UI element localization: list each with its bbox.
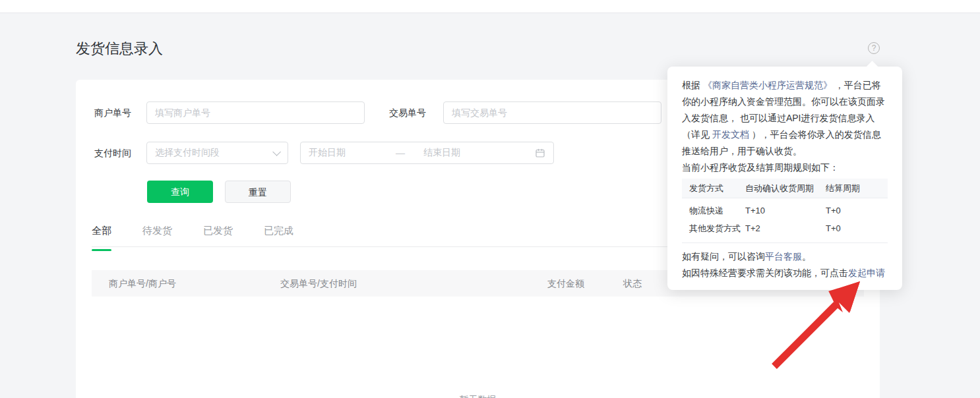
faq-prefix: 如有疑问，可以咨询 (682, 251, 765, 262)
end-date-placeholder: 结束日期 (423, 147, 535, 159)
pay-time-label: 支付时间 (94, 142, 131, 164)
faq-suffix: 。 (802, 251, 811, 262)
tab-completed[interactable]: 已完成 (264, 221, 293, 246)
operation-spec-link[interactable]: 《商家自营类小程序运营规范》 (703, 80, 832, 90)
reset-button[interactable]: 重置 (225, 181, 291, 203)
rules-row-other: 其他发货方式 T+2 T+0 (682, 219, 888, 237)
table-header-status: 状态 (623, 270, 642, 297)
faq-line: 如有疑问，可以咨询平台客服。 (682, 248, 888, 265)
apply-close-link[interactable]: 发起申请 (848, 268, 885, 278)
chevron-down-icon (272, 148, 281, 156)
rules-table-body: 物流快递 T+10 T+0 其他发货方式 T+2 T+0 (682, 202, 888, 243)
settlement-rules-table: 发货方式 自动确认收货周期 结算周期 物流快递 T+10 T+0 其他发货方式 … (682, 179, 888, 243)
rules-cell: 物流快递 (682, 202, 745, 219)
trade-no-label: 交易单号 (389, 101, 426, 124)
table-header-merchant-order: 商户单号/商户号 (109, 270, 176, 297)
close-function-prefix: 如因特殊经营要求需关闭该功能，可点击 (682, 268, 848, 278)
merchant-no-label: 商户单号 (94, 101, 131, 124)
pay-time-select-placeholder: 选择支付时间段 (155, 147, 272, 159)
calendar-icon (535, 148, 545, 158)
page-title: 发货信息录入 (76, 38, 163, 59)
rules-cell: T+0 (826, 202, 888, 219)
popover-intro-paragraph: 根据 《商家自营类小程序运营规范》 ，平台已将你的小程序纳入资金管理范围。你可以… (682, 77, 888, 159)
popover-intro-prefix: 根据 (682, 80, 703, 90)
help-popover: 根据 《商家自营类小程序运营规范》 ，平台已将你的小程序纳入资金管理范围。你可以… (667, 67, 902, 290)
rules-header-settle-cycle: 结算周期 (826, 180, 888, 196)
table-header-pay-amount: 支付金额 (547, 270, 584, 297)
popover-caret (866, 61, 878, 72)
rules-table-header: 发货方式 自动确认收货周期 结算周期 (682, 179, 888, 198)
rules-header-method: 发货方式 (682, 180, 745, 196)
tab-all[interactable]: 全部 (92, 221, 111, 246)
rules-cell: T+10 (745, 202, 826, 219)
rules-cell: T+0 (826, 220, 888, 237)
merchant-no-input[interactable] (146, 101, 365, 124)
rules-cell: 其他发货方式 (682, 220, 745, 237)
rules-cell: T+2 (745, 220, 826, 237)
pay-time-select[interactable]: 选择支付时间段 (146, 142, 288, 164)
popover-rules-line: 当前小程序收货及结算周期规则如下： (682, 159, 888, 176)
rules-row-express: 物流快递 T+10 T+0 (682, 202, 888, 219)
rules-header-confirm-cycle: 自动确认收货周期 (745, 180, 826, 196)
close-function-line: 如因特殊经营要求需关闭该功能，可点击发起申请 (682, 265, 888, 281)
tab-to-ship[interactable]: 待发货 (142, 221, 172, 246)
start-date-placeholder: 开始日期 (309, 147, 396, 159)
help-icon[interactable]: ? (868, 42, 880, 54)
search-button[interactable]: 查询 (147, 181, 213, 203)
popover-footer: 如有疑问，可以咨询平台客服。 如因特殊经营要求需关闭该功能，可点击发起申请 (682, 248, 888, 281)
dev-docs-link[interactable]: 开发文档 (712, 129, 749, 140)
empty-state-text: 暂无数据 (76, 393, 880, 398)
top-nav-bar (0, 0, 980, 13)
help-icon-glyph: ? (872, 43, 876, 53)
trade-no-input[interactable] (443, 101, 661, 124)
table-header-trade-time: 交易单号/支付时间 (280, 270, 357, 297)
platform-support-link[interactable]: 平台客服 (765, 251, 802, 262)
date-range-separator: — (396, 148, 423, 158)
tab-shipped[interactable]: 已发货 (203, 221, 233, 246)
date-range-picker[interactable]: 开始日期 — 结束日期 (300, 142, 554, 164)
